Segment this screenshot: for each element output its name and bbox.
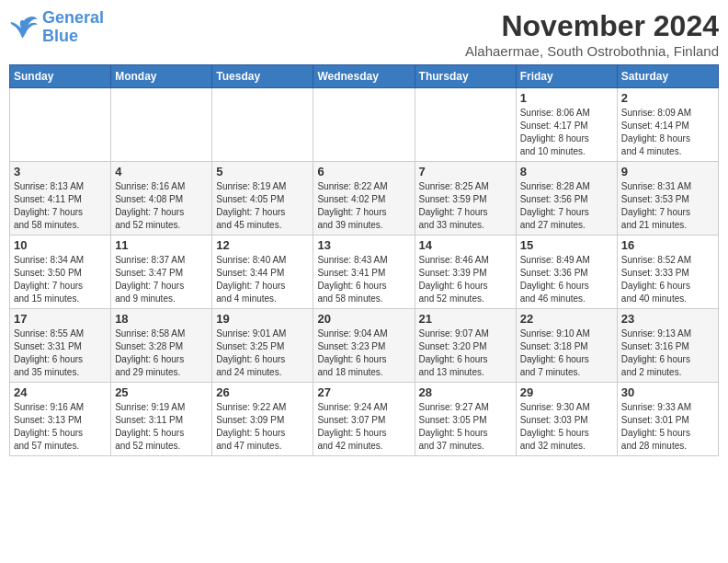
day-info: Sunrise: 9:01 AM Sunset: 3:25 PM Dayligh… — [216, 327, 309, 379]
day-info: Sunrise: 8:22 AM Sunset: 4:02 PM Dayligh… — [317, 180, 410, 232]
header-wednesday: Wednesday — [313, 65, 415, 88]
day-info: Sunrise: 9:22 AM Sunset: 3:09 PM Dayligh… — [216, 401, 309, 453]
day-info: Sunrise: 8:46 AM Sunset: 3:39 PM Dayligh… — [419, 254, 512, 305]
day-number: 26 — [216, 385, 309, 399]
day-info: Sunrise: 8:28 AM Sunset: 3:56 PM Dayligh… — [520, 180, 613, 232]
day-cell: 4Sunrise: 8:16 AM Sunset: 4:08 PM Daylig… — [111, 162, 212, 236]
day-info: Sunrise: 8:40 AM Sunset: 3:44 PM Dayligh… — [216, 254, 309, 305]
page-header: General Blue November 2024 Alahaermae, S… — [9, 9, 719, 59]
day-cell: 10Sunrise: 8:34 AM Sunset: 3:50 PM Dayli… — [10, 236, 111, 309]
day-number: 19 — [216, 312, 309, 326]
day-number: 29 — [520, 385, 613, 399]
day-info: Sunrise: 8:13 AM Sunset: 4:11 PM Dayligh… — [14, 180, 107, 232]
week-row-2: 3Sunrise: 8:13 AM Sunset: 4:11 PM Daylig… — [10, 162, 719, 236]
day-number: 12 — [216, 238, 309, 252]
day-number: 14 — [419, 238, 512, 252]
weekday-header-row: SundayMondayTuesdayWednesdayThursdayFrid… — [10, 65, 719, 88]
day-number: 11 — [115, 238, 208, 252]
day-number: 27 — [317, 385, 410, 399]
day-info: Sunrise: 9:16 AM Sunset: 3:13 PM Dayligh… — [14, 401, 107, 453]
day-info: Sunrise: 8:06 AM Sunset: 4:17 PM Dayligh… — [520, 107, 613, 158]
day-info: Sunrise: 9:13 AM Sunset: 3:16 PM Dayligh… — [621, 327, 714, 379]
header-friday: Friday — [516, 65, 617, 88]
day-info: Sunrise: 9:04 AM Sunset: 3:23 PM Dayligh… — [317, 327, 410, 379]
day-info: Sunrise: 9:27 AM Sunset: 3:05 PM Dayligh… — [419, 401, 512, 453]
header-tuesday: Tuesday — [212, 65, 313, 88]
day-info: Sunrise: 9:19 AM Sunset: 3:11 PM Dayligh… — [115, 401, 208, 453]
header-sunday: Sunday — [10, 65, 111, 88]
title-area: November 2024 Alahaermae, South Ostrobot… — [465, 9, 719, 59]
day-info: Sunrise: 9:10 AM Sunset: 3:18 PM Dayligh… — [520, 327, 613, 379]
day-info: Sunrise: 8:31 AM Sunset: 3:53 PM Dayligh… — [621, 180, 714, 232]
day-info: Sunrise: 8:43 AM Sunset: 3:41 PM Dayligh… — [317, 254, 410, 305]
day-number: 22 — [520, 312, 613, 326]
week-row-1: 1Sunrise: 8:06 AM Sunset: 4:17 PM Daylig… — [10, 88, 719, 162]
day-cell: 29Sunrise: 9:30 AM Sunset: 3:03 PM Dayli… — [516, 383, 617, 456]
day-cell: 12Sunrise: 8:40 AM Sunset: 3:44 PM Dayli… — [212, 236, 313, 309]
day-number: 18 — [115, 312, 208, 326]
day-number: 20 — [317, 312, 410, 326]
logo-text: General Blue — [42, 9, 104, 46]
day-cell: 30Sunrise: 9:33 AM Sunset: 3:01 PM Dayli… — [617, 383, 718, 456]
day-cell: 26Sunrise: 9:22 AM Sunset: 3:09 PM Dayli… — [212, 383, 313, 456]
day-cell — [10, 88, 111, 162]
day-cell — [313, 88, 415, 162]
day-number: 7 — [419, 165, 512, 178]
day-info: Sunrise: 9:33 AM Sunset: 3:01 PM Dayligh… — [621, 401, 714, 453]
day-cell: 22Sunrise: 9:10 AM Sunset: 3:18 PM Dayli… — [516, 309, 617, 383]
day-cell: 14Sunrise: 8:46 AM Sunset: 3:39 PM Dayli… — [415, 236, 516, 309]
day-cell — [111, 88, 212, 162]
day-number: 28 — [419, 385, 512, 399]
day-number: 10 — [14, 238, 107, 252]
day-number: 13 — [317, 238, 410, 252]
day-number: 8 — [520, 165, 613, 178]
day-cell: 17Sunrise: 8:55 AM Sunset: 3:31 PM Dayli… — [10, 309, 111, 383]
day-info: Sunrise: 8:25 AM Sunset: 3:59 PM Dayligh… — [419, 180, 512, 232]
day-number: 17 — [14, 312, 107, 326]
day-number: 21 — [419, 312, 512, 326]
day-cell: 13Sunrise: 8:43 AM Sunset: 3:41 PM Dayli… — [313, 236, 415, 309]
day-info: Sunrise: 9:30 AM Sunset: 3:03 PM Dayligh… — [520, 401, 613, 453]
day-info: Sunrise: 8:16 AM Sunset: 4:08 PM Dayligh… — [115, 180, 208, 232]
day-number: 23 — [621, 312, 714, 326]
day-number: 3 — [14, 165, 107, 178]
day-cell: 5Sunrise: 8:19 AM Sunset: 4:05 PM Daylig… — [212, 162, 313, 236]
month-title: November 2024 — [465, 9, 719, 43]
day-cell: 7Sunrise: 8:25 AM Sunset: 3:59 PM Daylig… — [415, 162, 516, 236]
day-number: 9 — [621, 165, 714, 178]
week-row-5: 24Sunrise: 9:16 AM Sunset: 3:13 PM Dayli… — [10, 383, 719, 456]
calendar-table: SundayMondayTuesdayWednesdayThursdayFrid… — [9, 64, 719, 456]
day-cell: 2Sunrise: 8:09 AM Sunset: 4:14 PM Daylig… — [617, 88, 718, 162]
day-info: Sunrise: 8:49 AM Sunset: 3:36 PM Dayligh… — [520, 254, 613, 305]
day-info: Sunrise: 8:34 AM Sunset: 3:50 PM Dayligh… — [14, 254, 107, 305]
day-cell: 1Sunrise: 8:06 AM Sunset: 4:17 PM Daylig… — [516, 88, 617, 162]
day-info: Sunrise: 9:24 AM Sunset: 3:07 PM Dayligh… — [317, 401, 410, 453]
logo: General Blue — [9, 9, 104, 46]
day-cell: 11Sunrise: 8:37 AM Sunset: 3:47 PM Dayli… — [111, 236, 212, 309]
day-number: 24 — [14, 385, 107, 399]
day-cell: 18Sunrise: 8:58 AM Sunset: 3:28 PM Dayli… — [111, 309, 212, 383]
day-number: 16 — [621, 238, 714, 252]
day-cell: 28Sunrise: 9:27 AM Sunset: 3:05 PM Dayli… — [415, 383, 516, 456]
day-info: Sunrise: 8:19 AM Sunset: 4:05 PM Dayligh… — [216, 180, 309, 232]
day-cell — [212, 88, 313, 162]
day-number: 5 — [216, 165, 309, 178]
day-cell: 27Sunrise: 9:24 AM Sunset: 3:07 PM Dayli… — [313, 383, 415, 456]
day-number: 1 — [520, 91, 613, 105]
header-saturday: Saturday — [617, 65, 718, 88]
day-number: 6 — [317, 165, 410, 178]
header-monday: Monday — [111, 65, 212, 88]
day-cell: 16Sunrise: 8:52 AM Sunset: 3:33 PM Dayli… — [617, 236, 718, 309]
day-number: 15 — [520, 238, 613, 252]
day-cell: 15Sunrise: 8:49 AM Sunset: 3:36 PM Dayli… — [516, 236, 617, 309]
day-cell: 6Sunrise: 8:22 AM Sunset: 4:02 PM Daylig… — [313, 162, 415, 236]
day-cell: 24Sunrise: 9:16 AM Sunset: 3:13 PM Dayli… — [10, 383, 111, 456]
day-info: Sunrise: 8:09 AM Sunset: 4:14 PM Dayligh… — [621, 107, 714, 158]
day-number: 25 — [115, 385, 208, 399]
day-info: Sunrise: 8:52 AM Sunset: 3:33 PM Dayligh… — [621, 254, 714, 305]
day-cell: 8Sunrise: 8:28 AM Sunset: 3:56 PM Daylig… — [516, 162, 617, 236]
week-row-4: 17Sunrise: 8:55 AM Sunset: 3:31 PM Dayli… — [10, 309, 719, 383]
day-cell: 3Sunrise: 8:13 AM Sunset: 4:11 PM Daylig… — [10, 162, 111, 236]
day-info: Sunrise: 9:07 AM Sunset: 3:20 PM Dayligh… — [419, 327, 512, 379]
day-cell: 20Sunrise: 9:04 AM Sunset: 3:23 PM Dayli… — [313, 309, 415, 383]
